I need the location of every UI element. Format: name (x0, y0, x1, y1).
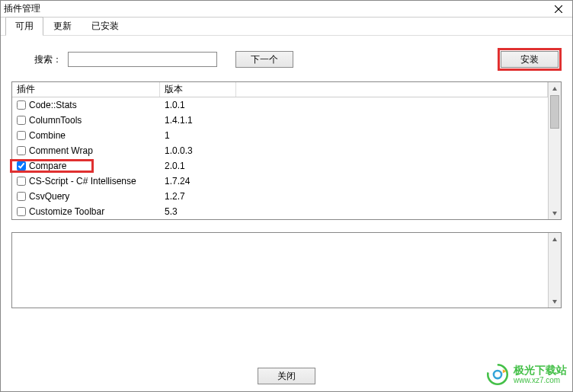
table-row[interactable]: Customize Toolbar5.3 (12, 204, 548, 219)
search-label: 搜索： (34, 53, 62, 66)
table-row[interactable]: CS-Script - C# Intellisense1.7.24 (12, 174, 548, 189)
table-body: Code::Stats1.0.1ColumnTools1.4.1.1Combin… (12, 97, 548, 219)
table-row[interactable]: CsvQuery1.2.7 (12, 189, 548, 204)
svg-marker-5 (552, 300, 557, 304)
plugin-cell: ColumnTools (12, 115, 160, 126)
plugin-name: Comment Wrap (29, 145, 93, 156)
tab-content: 搜索： 下一个 安装 插件 版本 Code::Stats1.0.1ColumnT… (1, 36, 572, 361)
plugin-checkbox[interactable] (17, 131, 26, 140)
chevron-down-icon (552, 298, 558, 304)
table-scrollbar[interactable] (548, 82, 561, 219)
svg-marker-4 (552, 237, 557, 241)
svg-point-6 (488, 365, 507, 384)
chevron-up-icon (552, 86, 558, 92)
plugin-checkbox[interactable] (17, 177, 26, 186)
chevron-down-icon (552, 210, 558, 216)
plugin-cell: Customize Toolbar (12, 206, 160, 217)
plugin-version: 1.0.1 (160, 100, 236, 110)
plugin-cell: Comment Wrap (12, 145, 160, 156)
window-close-button[interactable] (548, 2, 569, 16)
header-spacer (236, 82, 548, 97)
plugin-name: ColumnTools (29, 115, 82, 126)
tab-bar: 可用 更新 已安装 (1, 19, 572, 36)
scroll-down-arrow[interactable] (549, 295, 561, 308)
plugin-cell: CsvQuery (12, 191, 160, 202)
plugin-version: 1.2.7 (160, 191, 236, 202)
plugin-name: CsvQuery (29, 191, 69, 202)
plugin-cell: CS-Script - C# Intellisense (12, 176, 160, 186)
search-input[interactable] (68, 52, 217, 67)
table-header: 插件 版本 (12, 82, 548, 97)
plugin-table: 插件 版本 Code::Stats1.0.1ColumnTools1.4.1.1… (11, 81, 562, 220)
close-icon (555, 5, 562, 13)
plugin-name: CS-Script - C# Intellisense (29, 176, 136, 186)
tab-update[interactable]: 更新 (43, 17, 82, 35)
plugin-version: 1.7.24 (160, 176, 236, 186)
plugin-name: Combine (29, 130, 66, 141)
plugin-version: 1 (160, 130, 236, 141)
plugin-name: Compare (29, 161, 66, 171)
table-row[interactable]: Code::Stats1.0.1 (12, 97, 548, 113)
watermark-url: www.xz7.com (514, 376, 567, 384)
search-row: 搜索： 下一个 安装 (11, 48, 562, 71)
tab-available[interactable]: 可用 (5, 17, 43, 36)
plugin-version: 2.0.1 (160, 161, 236, 171)
scroll-up-arrow[interactable] (549, 233, 561, 246)
watermark: 极光下载站 www.xz7.com (485, 362, 567, 387)
header-version[interactable]: 版本 (160, 82, 236, 97)
plugin-checkbox[interactable] (17, 100, 26, 110)
header-plugin[interactable]: 插件 (12, 82, 160, 97)
svg-marker-3 (552, 212, 557, 215)
plugin-checkbox[interactable] (17, 207, 26, 216)
plugin-checkbox[interactable] (17, 146, 26, 155)
close-button[interactable]: 关闭 (258, 368, 315, 384)
plugin-name: Code::Stats (29, 100, 77, 110)
scroll-thumb[interactable] (550, 95, 559, 129)
next-button[interactable]: 下一个 (235, 51, 293, 68)
watermark-logo-icon (485, 362, 511, 387)
description-box (11, 232, 562, 308)
plugin-cell: Code::Stats (12, 100, 160, 110)
svg-marker-2 (552, 87, 557, 91)
table-row[interactable]: Combine1 (12, 128, 548, 143)
watermark-title: 极光下载站 (514, 365, 567, 376)
plugin-cell: Compare (12, 161, 160, 171)
plugin-manager-window: 插件管理 可用 更新 已安装 搜索： 下一个 安装 插件 版本 Cod (0, 0, 573, 392)
plugin-version: 1.4.1.1 (160, 115, 236, 126)
plugin-checkbox[interactable] (17, 192, 26, 201)
table-row[interactable]: Compare2.0.1 (12, 158, 548, 174)
plugin-name: Customize Toolbar (29, 206, 104, 217)
table-row[interactable]: Comment Wrap1.0.0.3 (12, 143, 548, 158)
scroll-up-arrow[interactable] (549, 82, 561, 95)
desc-scrollbar[interactable] (548, 233, 561, 308)
titlebar: 插件管理 (1, 1, 572, 18)
window-title: 插件管理 (4, 2, 40, 15)
install-button[interactable]: 安装 (501, 51, 559, 68)
plugin-checkbox[interactable] (17, 116, 26, 125)
chevron-up-icon (552, 237, 558, 243)
plugin-version: 1.0.0.3 (160, 145, 236, 156)
table-row[interactable]: ColumnTools1.4.1.1 (12, 113, 548, 128)
scroll-down-arrow[interactable] (549, 206, 561, 219)
plugin-checkbox[interactable] (17, 161, 26, 171)
plugin-cell: Combine (12, 130, 160, 141)
plugin-version: 5.3 (160, 206, 236, 217)
tab-installed[interactable]: 已安装 (82, 17, 129, 35)
install-highlight: 安装 (498, 48, 562, 71)
